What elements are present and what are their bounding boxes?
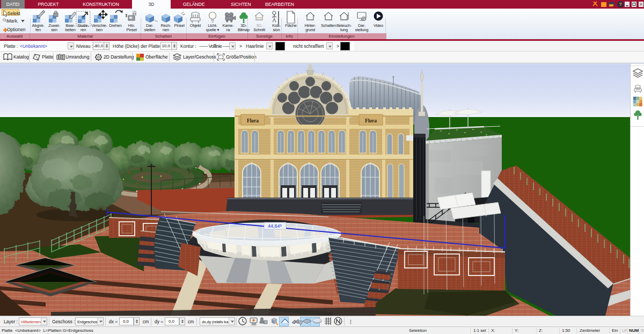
svg-text:Flora: Flora <box>365 118 377 124</box>
svg-text:Flora: Flora <box>247 118 259 124</box>
svg-text:?: ? <box>619 2 622 7</box>
